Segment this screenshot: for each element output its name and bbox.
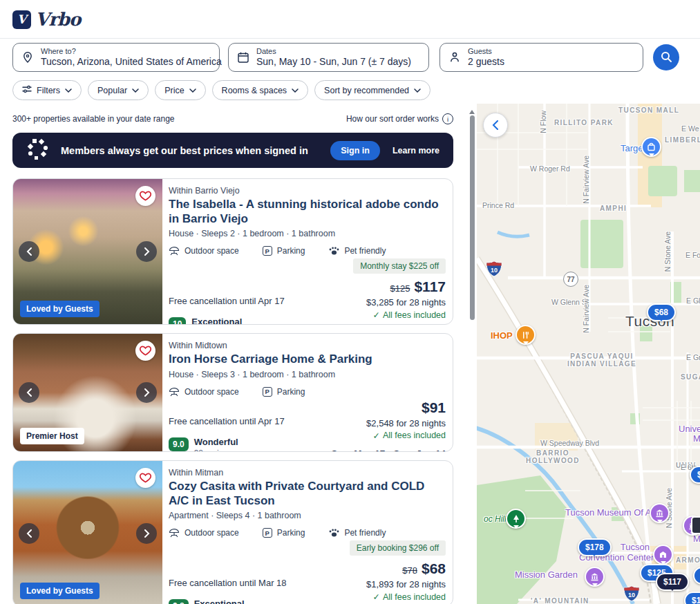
learn-more-link[interactable]: Learn more (392, 146, 439, 155)
sort-pill-label: Sort by recommended (324, 86, 409, 95)
transit-station-pin[interactable] (691, 516, 700, 534)
location-pin-icon (21, 51, 34, 64)
scrollbar-up-arrow[interactable] (469, 107, 475, 114)
property-photo: Loved by Guests (13, 461, 162, 604)
results-header: 300+ properties available in your date r… (12, 113, 453, 124)
photo-next-button[interactable] (136, 241, 157, 262)
map-street-label: E Glenn (686, 296, 700, 305)
price-pill[interactable]: Price (155, 80, 205, 100)
sign-in-button[interactable]: Sign in (330, 141, 380, 160)
photo-prev-button[interactable] (19, 382, 39, 403)
popular-pill[interactable]: Popular (88, 80, 149, 100)
chevron-down-icon (65, 88, 72, 93)
info-icon: i (442, 113, 453, 124)
map-area-label: AMPHI (600, 205, 627, 212)
price-line: $125$117 (390, 279, 446, 295)
map-poi-label-hill[interactable]: oc Hill (484, 514, 507, 524)
destination-field[interactable]: Where to? Tucson, Arizona, United States… (12, 43, 220, 72)
search-button[interactable] (653, 44, 679, 70)
map-poi-label-mission-garden[interactable]: Mission Garden (515, 569, 578, 580)
property-location: Within Mitman (169, 468, 446, 478)
map-area-label: PASCUA YAQUIINDIAN VILLAGE (562, 352, 642, 368)
review-count[interactable]: 38 reviews (194, 449, 238, 452)
total-price: $2,548 for 28 nights (366, 418, 446, 428)
favorite-button[interactable] (135, 341, 155, 361)
property-details: House · Sleeps 3 · 1 bedroom · 1 bathroo… (169, 370, 446, 379)
dates-field[interactable]: Dates Sun, May 10 - Sun, Jun 7 (± 7 days… (228, 43, 429, 72)
price-pin[interactable]: $10 (684, 592, 700, 604)
sliders-icon (22, 85, 32, 95)
chevron-down-icon (189, 88, 196, 93)
amenity-label: Parking (277, 387, 305, 397)
museum-icon (655, 509, 664, 518)
map-area-label: RILLITO PARK (554, 119, 614, 126)
property-title[interactable]: Cozy Casita with Private Courtyard and C… (169, 480, 446, 508)
restaurant-icon (522, 331, 529, 339)
sort-order-help-link[interactable]: How our sort order works i (346, 113, 453, 124)
map-area-label: SUGAR HI (681, 373, 700, 381)
map-poi-label-museum-of-art[interactable]: Tucson Museum Of Art (565, 507, 656, 518)
price-pin-selected[interactable]: $117 (656, 573, 689, 591)
cancellation-policy: Free cancellation until Apr 17 (169, 296, 331, 306)
ihop-restaurant-pin[interactable] (515, 325, 536, 345)
rooms-spaces-pill[interactable]: Rooms & spaces (212, 80, 308, 100)
parking-icon: P (263, 387, 272, 397)
filters-pill[interactable]: Filters (12, 80, 82, 100)
fees-included: ✓ All fees included (372, 310, 446, 320)
scrollbar-thumb[interactable] (470, 115, 475, 320)
sort-pill[interactable]: Sort by recommended (314, 80, 431, 100)
vrbo-mark-icon (26, 138, 50, 164)
dates-label: Dates (256, 47, 411, 56)
pet-friendly-icon (328, 247, 339, 256)
mission-garden-pin[interactable] (585, 567, 605, 587)
filters-pill-label: Filters (37, 86, 60, 95)
parking-icon: P (263, 246, 272, 256)
photo-next-button[interactable] (136, 382, 157, 403)
photo-prev-button[interactable] (19, 523, 39, 544)
cancellation-policy: Free cancellation until Mar 18 (169, 578, 331, 588)
rooms-pill-label: Rooms & spaces (222, 86, 287, 95)
map[interactable]: TUCSON MALL RILLITO PARK LIMBERLOS AMPHI… (477, 104, 700, 604)
property-info: Within Mitman Cozy Casita with Private C… (162, 461, 453, 604)
map-street-label: N Stone Ave (663, 232, 672, 272)
property-details: House · Sleeps 2 · 1 bedroom · 1 bathroo… (169, 229, 446, 238)
loved-by-guests-badge: Loved by Guests (20, 301, 100, 317)
target-store-pin[interactable] (641, 137, 661, 157)
amenity-pets: Pet friendly (328, 528, 386, 538)
convention-center-pin[interactable] (653, 545, 673, 565)
tumamoc-hill-pin[interactable] (506, 509, 526, 529)
discount-badge: Monthly stay $225 off (353, 258, 446, 274)
amenity-outdoor: Outdoor space (169, 387, 239, 397)
property-card[interactable]: Loved by Guests Within Mitman Cozy Casit… (12, 460, 453, 604)
favorite-button[interactable] (135, 468, 155, 488)
list-scrollbar[interactable] (469, 107, 475, 604)
amenity-parking: P Parking (263, 387, 305, 397)
property-card[interactable]: Loved by Guests Within Barrio Viejo The … (12, 178, 453, 325)
cancellation-policy: Free cancellation until Apr 17 (169, 416, 331, 426)
property-title[interactable]: The Isabella - A stunning historical ado… (169, 198, 446, 226)
photo-next-button[interactable] (136, 523, 157, 544)
old-price: $78 (402, 565, 417, 576)
search-bar: Where to? Tucson, Arizona, United States… (12, 43, 679, 72)
map-poi-label-ihop[interactable]: IHOP (491, 330, 513, 341)
photo-prev-button[interactable] (19, 241, 39, 262)
premier-host-badge: Premier Host (20, 428, 84, 444)
vrbo-logo[interactable]: V Vrbo (12, 9, 80, 30)
results-count: 300+ properties available in your date r… (12, 114, 175, 124)
amenities: Outdoor space P Parking Pet friendly (169, 246, 446, 256)
collapse-map-button[interactable] (483, 113, 508, 138)
guests-field[interactable]: Guests 2 guests (439, 43, 643, 72)
property-card[interactable]: Premier Host Within Midtown Iron Horse C… (12, 333, 453, 452)
museum-of-art-pin[interactable] (650, 503, 670, 523)
guest-icon (448, 51, 461, 64)
outdoor-space-icon (169, 246, 180, 256)
favorite-button[interactable] (135, 186, 155, 206)
property-title[interactable]: Iron Horse Carriage Home & Parking (169, 352, 446, 367)
map-poi-label-university: M (693, 433, 700, 444)
price-pin[interactable]: $68 (647, 303, 676, 321)
map-poi-label-university[interactable]: Univers (679, 424, 700, 434)
map-street-label: W Speedway Blvd (540, 439, 599, 447)
rating-label: Exceptional (194, 598, 245, 604)
property-details: Apartment · Sleeps 4 · 1 bathroom (169, 511, 446, 520)
price-pin[interactable]: $178 (578, 538, 612, 556)
